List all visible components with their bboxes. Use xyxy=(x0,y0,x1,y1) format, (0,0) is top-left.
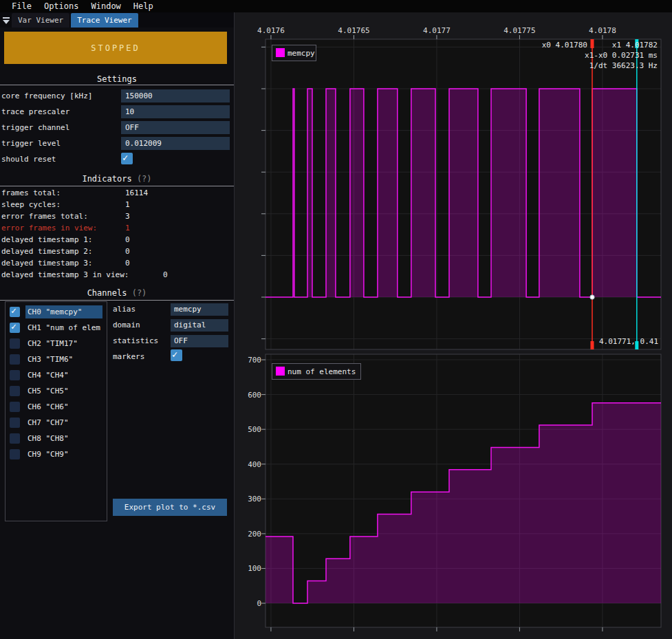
indicator-value: 1 xyxy=(125,224,130,232)
channel-checkbox-ch6[interactable] xyxy=(10,402,20,412)
channel-checkbox-ch8[interactable] xyxy=(10,433,20,444)
channel-row-ch8[interactable]: CH8 "CH8" xyxy=(6,432,107,446)
indicators-title-text: Indicators xyxy=(82,174,131,184)
channel-checkbox-ch1[interactable] xyxy=(10,323,20,333)
x-tick-label: 4.01765 xyxy=(338,26,369,35)
channel-label-ch8[interactable]: CH8 "CH8" xyxy=(25,432,71,445)
indicator-delayed-timestamp-3-in-view: delayed timestamp 3 in view: 0 xyxy=(0,270,234,280)
trace-prescaler-input[interactable]: 10 xyxy=(121,105,230,118)
y-tick-label: 400 xyxy=(248,460,261,469)
statistics-select[interactable]: OFF xyxy=(171,335,228,347)
channel-label-ch3[interactable]: CH3 "TIM6" xyxy=(25,353,75,366)
channel-label-ch9[interactable]: CH9 "CH9" xyxy=(25,448,71,461)
channel-label-ch0[interactable]: CH0 "memcpy" xyxy=(25,305,102,318)
channel-row-ch9[interactable]: CH9 "CH9" xyxy=(6,448,107,462)
markers-label: markers xyxy=(113,351,144,363)
marker-x1-readout: x1 4.01782 xyxy=(612,41,658,50)
channel-row-ch5[interactable]: CH5 "CH5" xyxy=(6,385,107,398)
trigger-channel-select[interactable]: OFF xyxy=(121,121,230,134)
x-tick-label: 4.01775 xyxy=(503,26,535,35)
indicator-sleep-cycles: sleep cycles: 1 xyxy=(0,200,234,210)
tab-var-viewer[interactable]: Var Viewer xyxy=(12,13,69,28)
marker-x0-handle-top[interactable] xyxy=(590,39,594,48)
channel-row-ch6[interactable]: CH6 "CH6" xyxy=(6,400,107,414)
tab-trace-viewer[interactable]: Trace Viewer xyxy=(71,13,138,28)
y-tick-label: 200 xyxy=(248,530,261,539)
export-csv-button[interactable]: Export plot to *.csv xyxy=(113,499,227,516)
markers-checkbox[interactable] xyxy=(171,349,182,361)
channel-checkbox-ch0[interactable] xyxy=(10,307,20,317)
core-frequency-label: core frequency [kHz] xyxy=(1,89,92,102)
cursor-point xyxy=(590,295,594,299)
channel-checkbox-ch9[interactable] xyxy=(10,449,20,459)
x-tick-label: 4.0176 xyxy=(257,26,285,35)
indicator-error-frames-in-view: error frames in view: 1 xyxy=(0,224,234,233)
setting-should-reset: should reset xyxy=(0,153,234,166)
indicator-value: 1 xyxy=(125,200,130,209)
trigger-level-input[interactable]: 0.012009 xyxy=(121,137,230,150)
core-frequency-input[interactable]: 150000 xyxy=(121,89,230,102)
statistics-label: statistics xyxy=(113,335,158,347)
trace-prescaler-label: trace prescaler xyxy=(1,105,69,118)
channel-label-ch5[interactable]: CH5 "CH5" xyxy=(25,385,71,398)
tab-bar: Var Viewer Trace Viewer xyxy=(0,12,234,28)
acquisition-state-button[interactable]: STOPPED xyxy=(4,32,227,64)
menu-help[interactable]: Help xyxy=(127,1,160,11)
channels-title: Channels (?) xyxy=(0,288,234,298)
trigger-channel-label: trigger channel xyxy=(1,121,69,134)
plot-panel: 4.01764.017654.01774.017754.0178x0 4.017… xyxy=(234,12,672,639)
channel-checkbox-ch2[interactable] xyxy=(10,338,20,349)
indicator-value: 16114 xyxy=(125,188,148,197)
channel-checkbox-ch4[interactable] xyxy=(10,370,20,380)
indicator-label: frames total: xyxy=(1,188,61,197)
indicator-delayed-timestamp-3: delayed timestamp 3: 0 xyxy=(0,259,234,268)
channel-checkbox-ch3[interactable] xyxy=(10,354,20,365)
y-tick-label: 500 xyxy=(248,425,261,434)
cursor-coordinates-readout: 4.01771, 0.41 xyxy=(599,337,658,346)
channel-label-ch2[interactable]: CH2 "TIM17" xyxy=(25,337,80,350)
y-tick-label: 300 xyxy=(248,495,261,503)
indicator-value: 0 xyxy=(125,259,130,268)
menu-window[interactable]: Window xyxy=(85,1,127,11)
channel-row-ch3[interactable]: CH3 "TIM6" xyxy=(6,353,107,367)
domain-select[interactable]: digital xyxy=(171,319,228,332)
channel-row-ch4[interactable]: CH4 "CH4" xyxy=(6,369,107,382)
indicators-help-icon[interactable]: (?) xyxy=(137,174,152,184)
indicator-delayed-timestamp-1: delayed timestamp 1: 0 xyxy=(0,235,234,245)
menu-file[interactable]: File xyxy=(6,1,38,11)
app-window: File Options Window Help Var Viewer Trac… xyxy=(0,0,672,639)
indicator-value: 3 xyxy=(125,212,130,221)
marker-x0-readout: x0 4.01780 xyxy=(542,41,587,50)
menu-bar: File Options Window Help xyxy=(0,0,672,12)
channel-row-ch7[interactable]: CH7 "CH7" xyxy=(6,416,107,430)
channel-label-ch4[interactable]: CH4 "CH4" xyxy=(25,369,71,382)
alias-input[interactable]: memcpy xyxy=(171,303,228,316)
menu-options[interactable]: Options xyxy=(38,1,85,11)
channel-row-ch1[interactable]: CH1 "num of elem xyxy=(6,321,107,335)
alias-label: alias xyxy=(113,303,136,316)
setting-trace-prescaler: trace prescaler 10 xyxy=(0,105,234,118)
channels-title-text: Channels xyxy=(87,288,127,298)
channel-list[interactable]: CH0 "memcpy"CH1 "num of elemCH2 "TIM17"C… xyxy=(5,301,107,521)
tab-list-icon[interactable] xyxy=(0,13,12,28)
channel-label-ch7[interactable]: CH7 "CH7" xyxy=(25,416,71,429)
num-of-elements-legend-label: num of elements xyxy=(288,367,356,376)
should-reset-checkbox[interactable] xyxy=(121,153,133,164)
indicator-frames-total: frames total: 16114 xyxy=(0,188,234,198)
marker-x0-handle-bottom[interactable] xyxy=(590,341,594,349)
x-tick-label: 4.0178 xyxy=(589,26,616,35)
channels-help-icon[interactable]: (?) xyxy=(132,288,147,298)
settings-separator xyxy=(0,85,234,85)
channel-label-ch1[interactable]: CH1 "num of elem xyxy=(25,321,102,334)
channel-checkbox-ch5[interactable] xyxy=(10,386,20,396)
channel-label-ch6[interactable]: CH6 "CH6" xyxy=(25,400,71,413)
marker-delta-readout: x1-x0 0.02731 ms xyxy=(585,51,658,60)
indicator-error-frames-total: error frames total: 3 xyxy=(0,212,234,221)
settings-title: Settings xyxy=(0,74,234,84)
channel-checkbox-ch7[interactable] xyxy=(10,418,20,428)
channel-row-ch2[interactable]: CH2 "TIM17" xyxy=(6,337,107,351)
indicator-label: delayed timestamp 3: xyxy=(1,259,92,268)
channel-row-ch0[interactable]: CH0 "memcpy" xyxy=(6,305,107,319)
setting-trigger-level: trigger level 0.012009 xyxy=(0,137,234,150)
y-tick-label: 700 xyxy=(248,356,261,365)
